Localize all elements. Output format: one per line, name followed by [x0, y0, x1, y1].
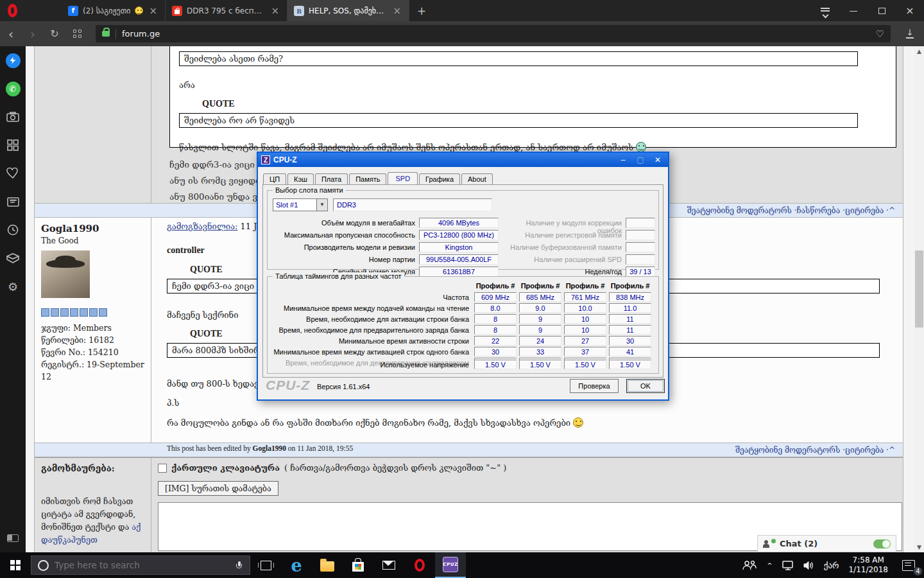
forward-button[interactable]: › — [22, 28, 44, 40]
history-clock-icon[interactable] — [0, 216, 26, 244]
file-explorer-taskbar-icon[interactable] — [312, 552, 343, 578]
report-moderator-link[interactable]: შეატყობინე მოდერატორს — [687, 206, 797, 215]
group-label: Таблица таймингов для разных частот — [273, 272, 404, 280]
cpuz-tab-graphics[interactable]: Графика — [419, 173, 460, 185]
mail-taskbar-icon[interactable] — [373, 552, 404, 578]
tab-menu-icon[interactable] — [811, 0, 839, 21]
clock-tray[interactable]: 7:58 AM 1/11/2018 — [843, 556, 893, 575]
page-scrollbar[interactable]: ▲ ▼ — [914, 46, 924, 552]
tab-ddr3-shop[interactable]: DDR3 795 с бесплатной д × — [166, 0, 287, 21]
speed-dial-icon[interactable] — [0, 131, 26, 159]
online-dot-icon — [771, 539, 776, 543]
speed-dial-icon[interactable] — [73, 30, 81, 38]
top-link[interactable]: ^ — [889, 206, 895, 215]
validate-button[interactable]: Проверка — [570, 379, 619, 393]
timing-row-label: Время, необходимое для активации строки … — [270, 315, 469, 323]
secure-lock-icon[interactable] — [102, 31, 110, 37]
tab-forum-active[interactable]: B HELP, SOS, დამეხმარეთ × — [287, 0, 409, 21]
task-view-button[interactable] — [250, 552, 281, 578]
cpuz-close-button[interactable]: ✕ — [651, 155, 665, 165]
store-taskbar-icon[interactable] — [343, 552, 373, 578]
taskbar-search-box[interactable] — [31, 556, 250, 575]
personal-news-icon[interactable] — [0, 188, 26, 216]
sidebar-toggle-icon[interactable] — [7, 534, 19, 542]
search-input[interactable] — [55, 560, 230, 570]
timing-cell: 10 — [564, 314, 606, 324]
window-maximize-button[interactable] — [868, 0, 896, 21]
edit-link[interactable]: ჩასწორება — [797, 206, 845, 215]
timing-row-label: Время, необходимое для предварительного … — [270, 326, 469, 334]
scroll-up-arrow[interactable]: ▲ — [914, 46, 924, 57]
chat-label: Chat (2) — [780, 539, 817, 548]
people-tray-icon[interactable] — [737, 552, 762, 578]
posted-link[interactable]: გამოგზავნილია: — [167, 222, 237, 231]
cpuz-maximize-button[interactable]: ▢ — [633, 155, 647, 165]
quote-link[interactable]: ციტირება — [845, 206, 889, 215]
opera-logo-icon[interactable] — [8, 4, 17, 17]
timing-cell: 11.0 — [609, 303, 651, 313]
snapshot-camera-icon[interactable] — [0, 103, 26, 131]
edited-note: This post has been edited by — [167, 444, 253, 452]
whatsapp-icon[interactable]: ✆ — [0, 74, 26, 103]
cpuz-tab-cache[interactable]: Кэш — [287, 173, 314, 185]
opera-taskbar-icon[interactable] — [404, 552, 435, 578]
action-center-icon[interactable]: 4 — [893, 552, 924, 578]
tab-title: (2) საგიჟეთი — [83, 6, 130, 15]
window-close-button[interactable]: × — [896, 0, 924, 21]
slot-selection-group: Выбор слота памяти Slot #1 ▼ DDR3 Объём … — [267, 190, 659, 270]
cpuz-minimize-button[interactable]: – — [616, 155, 630, 165]
tab-close-icon[interactable]: × — [270, 5, 280, 17]
voltage-cell: 1.50 V — [609, 360, 651, 369]
memory-slot-select[interactable]: Slot #1 ▼ — [273, 198, 328, 211]
cpuz-tab-mainboard[interactable]: Плата — [315, 173, 348, 185]
add-image-button[interactable]: [IMG] სურათის დამატება — [158, 481, 278, 496]
cpuz-taskbar-icon[interactable]: CPUZ — [435, 552, 466, 578]
start-button[interactable] — [0, 552, 31, 578]
language-indicator[interactable]: ქარ — [819, 552, 844, 578]
cpuz-title-bar[interactable]: Z CPU-Z – ▢ ✕ — [258, 153, 668, 167]
timing-row-label: Минимальное время активности строки — [270, 337, 469, 345]
timing-row-label: Используемое напряжение — [270, 361, 469, 369]
dropdown-arrow-icon[interactable]: ▼ — [316, 199, 327, 211]
bookmark-heart-icon[interactable]: ♡ — [876, 28, 884, 40]
timing-cell: 685 MHz — [519, 292, 561, 302]
messenger-icon[interactable] — [0, 46, 26, 74]
address-field[interactable]: forum.ge ♡ — [96, 25, 891, 42]
bookmarks-heart-icon[interactable] — [0, 159, 26, 188]
back-button[interactable]: ‹ — [0, 28, 22, 40]
shop-favicon — [172, 6, 182, 16]
cpuz-tab-memory[interactable]: Память — [349, 173, 386, 185]
author-name[interactable]: Gogla1990 — [41, 223, 144, 234]
ok-button[interactable]: OK — [626, 379, 665, 393]
field-label-disabled: Наличие расширений SPD — [502, 256, 622, 263]
settings-gear-icon[interactable]: ⚙ — [0, 272, 26, 301]
volume-tray-icon[interactable] — [799, 552, 819, 578]
voltage-cell: 1.50 V — [519, 360, 561, 369]
quote-box: შეიძლება ასეთი რამე? — [179, 51, 858, 66]
timing-cell: 761 MHz — [564, 292, 606, 302]
cpuz-spd-panel: Выбор слота памяти Slot #1 ▼ DDR3 Объём … — [262, 184, 663, 378]
scrollbar-thumb[interactable] — [915, 250, 923, 328]
buffered-value — [626, 242, 655, 252]
microphone-icon[interactable] — [236, 561, 242, 570]
extensions-box-icon[interactable] — [0, 244, 26, 272]
tab-close-icon[interactable]: × — [391, 5, 402, 17]
new-tab-button[interactable]: + — [409, 0, 434, 21]
cpuz-tab-about[interactable]: About — [461, 173, 493, 185]
facebook-chat-bar[interactable]: Chat (2) — [757, 535, 896, 552]
cpuz-tab-cpu[interactable]: ЦП — [263, 173, 286, 185]
scroll-down-arrow[interactable]: ▼ — [914, 542, 924, 552]
network-tray-icon[interactable] — [778, 552, 799, 578]
cpuz-tab-spd[interactable]: SPD — [388, 172, 418, 186]
downloads-icon[interactable]: ↓ — [896, 30, 924, 39]
edge-taskbar-icon[interactable]: e — [281, 552, 312, 578]
tab-facebook[interactable]: f (2) საგიჟეთი × — [62, 0, 166, 21]
show-hidden-icons-chevron[interactable]: ⌃ — [762, 555, 778, 575]
browser-address-bar: ‹ › ↻ forum.ge ♡ ↓ — [0, 21, 924, 46]
cpuz-version: Версия 1.61.x64 — [317, 383, 370, 390]
reload-button[interactable]: ↻ — [44, 28, 65, 40]
tab-close-icon[interactable]: × — [148, 5, 158, 17]
chat-toggle[interactable] — [873, 539, 891, 548]
window-minimize-button[interactable]: — — [839, 0, 868, 21]
georgian-keyboard-checkbox[interactable] — [158, 464, 167, 473]
